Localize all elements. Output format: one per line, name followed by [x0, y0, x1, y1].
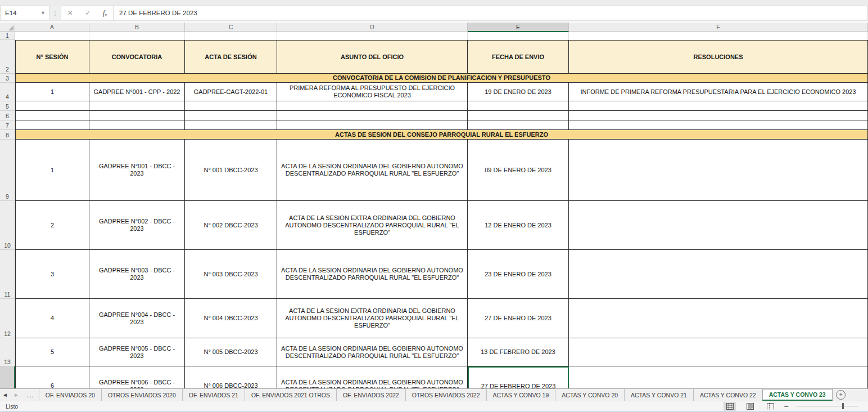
- row-header-2[interactable]: 2: [0, 40, 15, 74]
- cell-D6[interactable]: [277, 111, 468, 120]
- cell-D1[interactable]: [277, 32, 468, 40]
- cell-F9[interactable]: [569, 140, 868, 201]
- row-header-13[interactable]: 13: [0, 338, 15, 366]
- cell-F13[interactable]: [569, 338, 868, 366]
- row-header-8[interactable]: 8: [0, 130, 15, 140]
- select-all-button[interactable]: [0, 23, 15, 32]
- row-header-3[interactable]: 3: [0, 74, 15, 83]
- merged-section-row-8[interactable]: ACTAS DE SESION DEL CONSEJO PARROQUIAL R…: [15, 130, 868, 140]
- cell-A13[interactable]: 5: [15, 338, 89, 366]
- insert-function-icon[interactable]: fx: [103, 9, 107, 17]
- row-header-12[interactable]: 12: [0, 299, 15, 338]
- cell-C7[interactable]: [185, 120, 277, 130]
- cell-E5[interactable]: [468, 101, 569, 111]
- row-header-6[interactable]: 6: [0, 111, 15, 120]
- sheet-tab-otros-enviados-2022[interactable]: OTROS ENVIADOS 2022: [405, 389, 486, 401]
- tabs-overflow-button[interactable]: ...: [25, 391, 37, 399]
- row-header-5[interactable]: 5: [0, 101, 15, 111]
- cell-E7[interactable]: [468, 120, 569, 130]
- cell-B1[interactable]: [89, 32, 185, 40]
- cell-D2[interactable]: ASUNTO DEL OFICIO: [277, 40, 468, 74]
- cell-B14[interactable]: GADPREE N°006 - DBCC - 2023: [89, 366, 185, 388]
- cell-B7[interactable]: [89, 120, 185, 130]
- cell-C2[interactable]: ACTA DE SESIÓN: [185, 40, 277, 74]
- sheet-tab-of-enviados-2021-otros[interactable]: OF. ENVIADOS 2021 OTROS: [245, 389, 336, 401]
- row-header-1[interactable]: 1: [0, 32, 15, 40]
- page-break-preview-button[interactable]: [764, 402, 776, 411]
- cell-C14[interactable]: N° 006 DBCC-2023: [185, 366, 277, 388]
- name-box[interactable]: E14 ▼: [0, 6, 49, 20]
- cell-E6[interactable]: [468, 111, 569, 120]
- cell-E1[interactable]: [468, 32, 569, 40]
- enter-icon[interactable]: ✓: [85, 9, 91, 17]
- cell-A6[interactable]: [15, 111, 89, 120]
- zoom-slider-handle[interactable]: [842, 403, 844, 409]
- cell-B4[interactable]: GADPREE N°001 - CPP - 2022: [89, 83, 185, 101]
- tabs-scroll-right-icon[interactable]: ►: [13, 392, 19, 398]
- normal-view-button[interactable]: [724, 402, 736, 411]
- cell-A12[interactable]: 4: [15, 299, 89, 338]
- cell-C6[interactable]: [185, 111, 277, 120]
- sheet-tab-actas-y-convo-19[interactable]: ACTAS Y CONVO 19: [486, 389, 555, 401]
- cell-C5[interactable]: [185, 101, 277, 111]
- cell-F14[interactable]: [569, 366, 868, 388]
- page-layout-view-button[interactable]: [744, 402, 756, 411]
- cell-A4[interactable]: 1: [15, 83, 89, 101]
- cell-B13[interactable]: GADPREE N°005 - DBCC - 2023: [89, 338, 185, 366]
- sheet-tab-actas-y-convo-20[interactable]: ACTAS Y CONVO 20: [555, 389, 624, 401]
- row-header-9[interactable]: 9: [0, 140, 15, 201]
- column-header-F[interactable]: F: [569, 23, 868, 32]
- cell-D4[interactable]: PRIMERA REFORMA AL PRESUPUESTO DEL EJERC…: [277, 83, 468, 101]
- cell-D11[interactable]: ACTA DE LA SESION ORDINARIA DEL GOBIERNO…: [277, 250, 468, 299]
- cell-E13[interactable]: 13 DE FEBRERO DE 2023: [468, 338, 569, 366]
- merged-section-row-3[interactable]: CONVOCATORIA DE LA COMISION DE PLANIFICA…: [15, 74, 868, 83]
- cell-E4[interactable]: 19 DE ENERO DE 2023: [468, 83, 569, 101]
- cell-F11[interactable]: [569, 250, 868, 299]
- column-header-D[interactable]: D: [277, 23, 468, 32]
- cell-A7[interactable]: [15, 120, 89, 130]
- new-sheet-button[interactable]: +: [833, 389, 849, 401]
- cell-B2[interactable]: CONVOCATORIA: [89, 40, 185, 74]
- cell-B12[interactable]: GADPREE N°004 - DBCC - 2023: [89, 299, 185, 338]
- cell-A10[interactable]: 2: [15, 201, 89, 250]
- sheet-tab-of-enviados-20[interactable]: OF. ENVIADOS 20: [39, 389, 101, 401]
- cell-C4[interactable]: GADPREE-CAGT-2022-01: [185, 83, 277, 101]
- sheet-tab-actas-y-convo-21[interactable]: ACTAS Y CONVO 21: [624, 389, 693, 401]
- cell-A1[interactable]: [15, 32, 89, 40]
- cell-E2[interactable]: FECHA DE ENVIO: [468, 40, 569, 74]
- cell-A9[interactable]: 1: [15, 140, 89, 201]
- cell-E11[interactable]: 23 DE ENERO DE 2023: [468, 250, 569, 299]
- cell-F12[interactable]: [569, 299, 868, 338]
- cell-C11[interactable]: N° 003 DBCC-2023: [185, 250, 277, 299]
- cell-F6[interactable]: [569, 111, 868, 120]
- cell-C1[interactable]: [185, 32, 277, 40]
- cell-E12[interactable]: 27 DE ENERO DE 2023: [468, 299, 569, 338]
- cell-B5[interactable]: [89, 101, 185, 111]
- sheet-tab-otros-enviados-2020[interactable]: OTROS ENVIADOS 2020: [101, 389, 182, 401]
- cell-E9[interactable]: 09 DE ENERO DE 2023: [468, 140, 569, 201]
- row-header-14[interactable]: [0, 366, 15, 388]
- cell-C12[interactable]: N° 004 DBCC-2023: [185, 299, 277, 338]
- cell-D5[interactable]: [277, 101, 468, 111]
- cell-B11[interactable]: GADPREE N°003 - DBCC - 2023: [89, 250, 185, 299]
- cell-D12[interactable]: ACTA DE LA SESION EXTRA ORDINARIA DEL GO…: [277, 299, 468, 338]
- cell-A2[interactable]: N° SESIÓN: [15, 40, 89, 74]
- column-header-B[interactable]: B: [89, 23, 185, 32]
- row-header-10[interactable]: 10: [0, 201, 15, 250]
- sheet-tab-of-enviados-21[interactable]: OF. ENVIADOS 21: [182, 389, 245, 401]
- sheet-tab-actas-y-convo-23[interactable]: ACTAS Y CONVO 23: [762, 389, 833, 401]
- zoom-slider[interactable]: [796, 406, 858, 406]
- cell-D10[interactable]: ACTA DE LA SESION EXTRA ORDINARIA DEL GO…: [277, 201, 468, 250]
- column-header-C[interactable]: C: [185, 23, 277, 32]
- zoom-out-button[interactable]: –: [784, 402, 788, 410]
- cell-D9[interactable]: ACTA DE LA SESION ORDINARIA DEL GOBIERNO…: [277, 140, 468, 201]
- row-header-11[interactable]: 11: [0, 250, 15, 299]
- cell-B6[interactable]: [89, 111, 185, 120]
- cell-C9[interactable]: N° 001 DBCC-2023: [185, 140, 277, 201]
- cell-F5[interactable]: [569, 101, 868, 111]
- formula-bar-drag-handle-icon[interactable]: ⋮: [49, 6, 61, 20]
- cell-C13[interactable]: N° 005 DBCC-2023: [185, 338, 277, 366]
- cell-D13[interactable]: ACTA DE LA SESION ORDINARIA DEL GOBIERNO…: [277, 338, 468, 366]
- cell-F4[interactable]: INFORME DE PRIMERA REFORMA PRESUPUESTARI…: [569, 83, 868, 101]
- column-header-A[interactable]: A: [15, 23, 89, 32]
